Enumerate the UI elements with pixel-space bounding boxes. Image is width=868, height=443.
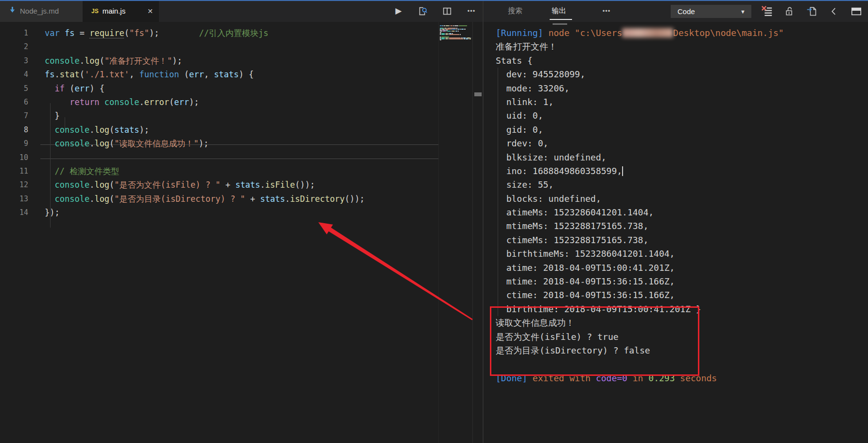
code-token: err xyxy=(74,84,89,93)
output-channel-select[interactable]: Code ▼ xyxy=(671,5,751,18)
code-token: . xyxy=(89,180,94,190)
code-token xyxy=(45,97,69,107)
channel-selected-value: Code xyxy=(677,7,740,16)
minimap-token xyxy=(446,31,447,32)
code-token: "读取文件信息成功！" xyxy=(114,139,198,148)
editor-actions: ▶ ••• xyxy=(391,0,479,22)
output-token: ino: 1688849860358599, xyxy=(496,166,622,176)
code-token xyxy=(45,180,54,190)
output-line: dev: 945528099, xyxy=(496,68,868,81)
window-top-accent xyxy=(0,0,868,1)
output-token: blksize: undefined, xyxy=(496,152,607,162)
output-token: Desktop\node\main.js" xyxy=(673,28,784,38)
tab-label: Node_js.md xyxy=(20,7,59,15)
output-line: mtime: 2018-04-09T15:36:15.166Z, xyxy=(496,275,868,288)
code-token xyxy=(45,194,54,204)
open-log-file-button[interactable] xyxy=(804,4,819,18)
minimap-token xyxy=(452,29,456,30)
code-line: return console.error(err); xyxy=(45,95,365,109)
line-number: 13 xyxy=(0,192,28,206)
minimap-token xyxy=(466,38,468,39)
minimap-token xyxy=(451,31,451,32)
code-lines: var fs = require("fs"); //引入内置模块jsconsol… xyxy=(45,26,365,219)
minimap-token xyxy=(464,29,466,30)
vscode-window: Node_js.md JS main.js ✕ ▶ xyxy=(0,0,868,443)
output-token: nlink: 1, xyxy=(496,97,554,107)
output-token: birthtimeMs: 1523286041201.1404, xyxy=(496,248,675,259)
output-panel: 搜索 输出 ••• Code ▼ xyxy=(484,0,868,443)
code-token: console xyxy=(54,125,89,135)
minimap-token xyxy=(442,25,443,26)
minimap[interactable] xyxy=(440,25,471,41)
output-line: [Running] node "c:\UsersDesktop\node\mai… xyxy=(496,26,868,40)
code-token: isFile xyxy=(265,180,295,190)
close-icon[interactable]: ✕ xyxy=(147,7,153,15)
minimap-token xyxy=(440,34,441,35)
code-token: . xyxy=(89,194,94,204)
output-line: blocks: undefined, xyxy=(496,192,868,206)
line-number: 10 xyxy=(0,151,28,164)
line-number: 11 xyxy=(0,164,28,178)
active-tab-underline xyxy=(550,19,572,20)
code-token: stats xyxy=(114,125,139,135)
tab-node-js-md[interactable]: Node_js.md xyxy=(0,0,83,22)
editor-scrollbar[interactable] xyxy=(472,22,483,443)
line-number: 2 xyxy=(0,40,28,53)
output-token: mode: 33206, xyxy=(496,83,570,93)
code-token: var xyxy=(45,28,65,38)
output-token: ctimeMs: 1523288175165.738, xyxy=(496,235,648,245)
minimap-token xyxy=(450,25,450,26)
output-token: node "c:\Users xyxy=(548,28,622,38)
code-token: fs xyxy=(65,28,74,38)
split-editor-button[interactable] xyxy=(440,4,454,18)
code-line: fs.stat('./1.txt', function (err, stats)… xyxy=(45,68,365,81)
output-line: nlink: 1, xyxy=(496,95,868,109)
code-line: var fs = require("fs"); //引入内置模块js xyxy=(45,26,365,40)
code-token: "是否为目录(isDirectory) ? " xyxy=(114,194,245,204)
unlock-scroll-button[interactable] xyxy=(782,4,797,18)
code-token: //引入内置模块js xyxy=(199,28,268,38)
split-editor-icon xyxy=(442,6,452,17)
code-token: fs xyxy=(45,70,54,79)
panel-header: 搜索 输出 ••• Code ▼ xyxy=(484,0,868,22)
minimap-token xyxy=(448,38,449,39)
output-token: mtime: 2018-04-09T15:36:15.166Z, xyxy=(496,276,675,286)
collapse-panel-button[interactable] xyxy=(827,4,841,18)
run-code-button[interactable]: ▶ xyxy=(391,4,406,18)
code-token: . xyxy=(285,194,290,204)
output-token: rdev: 0, xyxy=(496,138,548,148)
minimap-token xyxy=(456,31,457,32)
maximize-panel-button[interactable] xyxy=(849,4,864,18)
open-preview-button[interactable] xyxy=(416,4,430,18)
clear-output-icon xyxy=(761,5,773,17)
code-token: log xyxy=(94,180,109,190)
scrollbar-handle[interactable] xyxy=(474,92,482,96)
panel-tab-search[interactable]: 搜索 xyxy=(508,0,522,22)
clear-output-button[interactable] xyxy=(760,4,774,18)
minimap-token xyxy=(469,38,469,39)
minimap-token xyxy=(445,38,446,39)
unlock-icon xyxy=(784,6,795,17)
more-actions-button[interactable]: ••• xyxy=(464,4,479,18)
output-token: mtimeMs: 1523288175165.738, xyxy=(496,221,648,231)
code-token: ); xyxy=(139,125,149,135)
code-line xyxy=(45,151,365,164)
code-token: = xyxy=(74,28,89,38)
minimap-token xyxy=(445,34,446,35)
code-token: require xyxy=(89,28,124,38)
code-token: , xyxy=(204,70,214,79)
minimap-token xyxy=(458,29,459,30)
minimap-token xyxy=(454,25,458,26)
code-token: log xyxy=(94,125,109,135)
output-console[interactable]: [Running] node "c:\UsersDesktop\node\mai… xyxy=(484,22,868,443)
code-token: ( xyxy=(169,97,174,107)
code-token: . xyxy=(54,70,59,79)
code-token: console xyxy=(54,194,89,204)
minimap-token xyxy=(469,38,471,39)
minimap-token xyxy=(456,29,457,30)
code-editor[interactable]: 1234567891011121314 var fs = require("fs… xyxy=(0,22,437,443)
tab-main-js[interactable]: JS main.js ✕ xyxy=(83,0,159,22)
output-token: ctime: 2018-04-09T15:36:15.166Z, xyxy=(496,290,675,300)
panel-more-actions-button[interactable]: ••• xyxy=(599,0,614,22)
code-token: err xyxy=(189,70,204,79)
